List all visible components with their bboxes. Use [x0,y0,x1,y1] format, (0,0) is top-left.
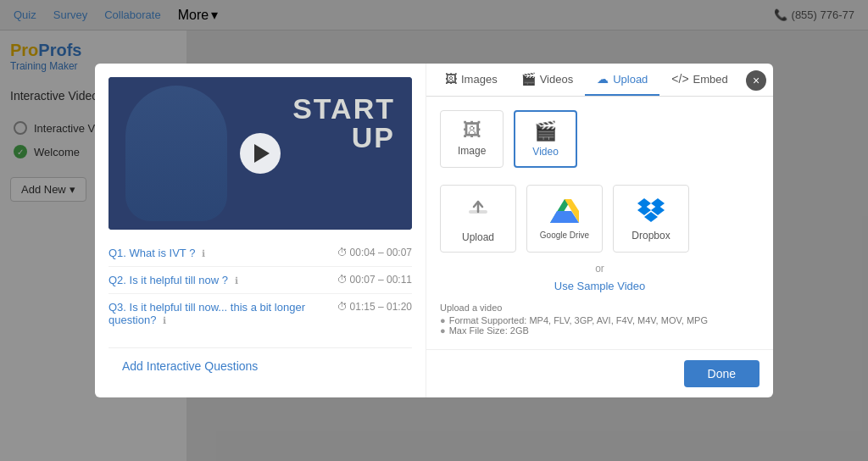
modal-footer-left: Add Interactive Questions [108,347,412,384]
tab-videos[interactable]: 🎬 Videos [509,64,586,96]
upload-info-title: Upload a video [440,303,760,313]
upload-options: Upload Google Drive [440,185,760,253]
play-button[interactable] [240,133,281,174]
google-drive-icon [550,197,579,225]
format-label: Format Supported: MP4, FLV, 3GP, AVI, F4… [449,315,708,325]
tab-images[interactable]: 🖼 Images [433,64,509,96]
size-label: Max File Size: 2GB [449,325,529,336]
dropbox-box[interactable]: Dropbox [613,185,689,253]
type-image-button[interactable]: 🖼 Image [440,110,504,168]
type-video-button[interactable]: 🎬 Video [514,110,576,168]
modal-left-panel: STARTUP Q1. What is IVT ? ℹ ⏱ 00:04 – 00… [95,64,426,397]
video-person [125,86,227,221]
question-time: ⏱ 01:15 – 01:20 [337,301,412,313]
upload-info: Upload a video ● Format Supported: MP4, … [440,303,760,336]
dropbox-icon [637,197,665,225]
modal-right-panel: 🖼 Images 🎬 Videos ☁ Upload </> Embed [426,64,773,397]
video-thumbnail[interactable]: STARTUP [108,77,412,230]
right-content: 🖼 Image 🎬 Video [426,97,773,349]
videos-icon: 🎬 [521,72,536,86]
play-icon [254,144,270,163]
images-icon: 🖼 [445,72,457,86]
close-button[interactable]: × [746,70,766,91]
tabs-row: 🖼 Images 🎬 Videos ☁ Upload </> Embed [426,64,773,97]
question-info-icon: ℹ [163,315,166,325]
question-info-icon: ℹ [202,248,205,258]
video-type-icon: 🎬 [534,120,557,142]
question-label: Q1. What is IVT ? ℹ [108,247,337,259]
clock-icon: ⏱ [337,274,348,286]
question-label: Q3. Is it helpful till now... this a bit… [108,301,337,326]
image-type-icon: 🖼 [463,119,481,142]
question-item[interactable]: Q2. Is it helpful till now ? ℹ ⏱ 00:07 –… [108,267,412,294]
upload-icon [465,195,491,226]
modal: × STARTUP Q [95,64,773,397]
clock-icon: ⏱ [337,247,348,258]
embed-icon: </> [671,72,688,86]
tab-upload[interactable]: ☁ Upload [585,64,659,96]
modal-overlay: × STARTUP Q [0,0,868,461]
clock-icon: ⏱ [337,301,348,313]
tab-embed[interactable]: </> Embed [659,64,739,96]
upload-box[interactable]: Upload [440,185,516,253]
add-questions-link[interactable]: Add Interactive Questions [122,359,258,373]
question-item[interactable]: Q1. What is IVT ? ℹ ⏱ 00:04 – 00:07 [108,240,412,267]
sample-video-link[interactable]: Use Sample Video [440,280,760,292]
question-item[interactable]: Q3. Is it helpful till now... this a bit… [108,294,412,333]
question-info-icon: ℹ [235,275,238,286]
upload-tab-icon: ☁ [597,72,609,86]
question-label: Q2. Is it helpful till now ? ℹ [108,274,337,286]
google-drive-box[interactable]: Google Drive [526,185,603,253]
modal-body: STARTUP Q1. What is IVT ? ℹ ⏱ 00:04 – 00… [95,64,773,397]
question-list: Q1. What is IVT ? ℹ ⏱ 00:04 – 00:07 Q2. … [108,240,412,347]
format-info: ● Format Supported: MP4, FLV, 3GP, AVI, … [440,315,760,325]
type-buttons: 🖼 Image 🎬 Video [440,110,760,168]
done-button[interactable]: Done [684,360,760,387]
startup-text: STARTUP [292,94,395,152]
question-time: ⏱ 00:04 – 00:07 [337,247,412,258]
size-info: ● Max File Size: 2GB [440,325,760,336]
modal-footer-right: Done [426,349,773,397]
question-time: ⏱ 00:07 – 00:11 [337,274,412,286]
or-text: or [440,263,760,275]
